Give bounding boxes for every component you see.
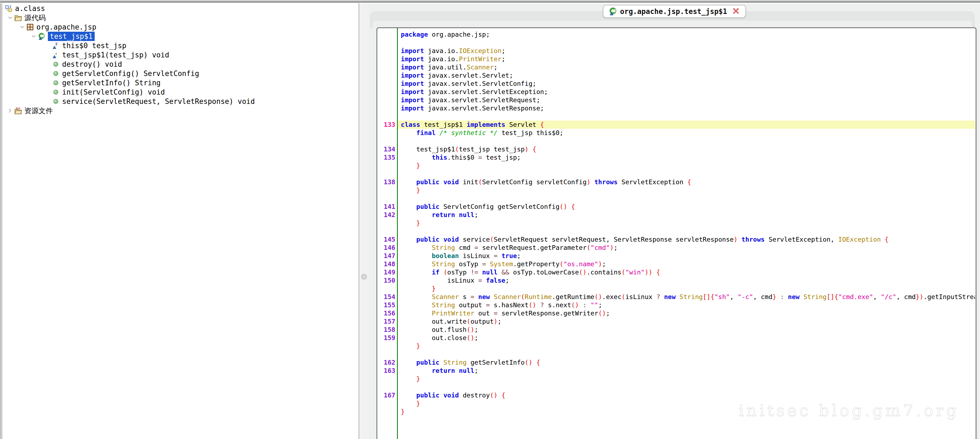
code-line[interactable]: package org.apache.jsp; [377,30,975,38]
code-line[interactable]: 146 String cmd = servletRequest.getParam… [377,244,975,252]
tree-item[interactable]: getServletInfo() String [2,78,359,87]
tree-item[interactable]: org.apache.jsp [2,22,359,32]
code-line[interactable]: import javax.servlet.Servlet; [377,71,975,79]
code-line-text: public String getServletInfo() { [401,358,975,366]
left-edge-scrollbar[interactable] [0,3,2,439]
code-line[interactable]: 155 String output = s.hasNext() ? s.next… [377,301,975,309]
code-line[interactable]: } [377,342,975,350]
package-icon [26,23,34,31]
code-line[interactable]: 142 return null; [377,211,975,219]
code-line[interactable]: 156 PrintWriter out = servletResponse.ge… [377,309,975,317]
code-line-text: return null; [401,211,975,219]
tree-item-label: test_jsp$1 [48,32,95,41]
constructor-icon: c [52,51,60,59]
code-line[interactable]: 163 return null; [377,366,975,375]
code-editor[interactable]: package org.apache.jsp;import java.io.IO… [377,27,977,439]
tree-item[interactable]: getServletConfig() ServletConfig [2,69,359,78]
code-line-text: boolean isLinux = true; [401,252,975,260]
code-line-text: String cmd = servletRequest.getParameter… [401,244,975,252]
code-line[interactable]: 162 public String getServletInfo() { [377,358,975,366]
code-line[interactable]: 150 isLinux = false; [377,276,975,285]
chevron-down-icon[interactable] [6,14,14,21]
code-line-text: return null; [401,366,975,375]
tree-item[interactable]: ctest_jsp$1(test_jsp) void [2,50,359,60]
tree-item[interactable]: 010资源文件 [2,106,359,115]
code-line-text: import javax.servlet.ServletException; [401,88,975,96]
editor-tab[interactable]: org.apache.jsp.test_jsp$1 [603,5,746,18]
code-line[interactable]: import java.util.Scanner; [377,63,975,71]
code-line[interactable] [377,350,975,358]
code-line[interactable] [377,38,975,47]
code-line[interactable] [377,227,975,235]
code-line[interactable]: import javax.servlet.ServletException; [377,88,975,96]
code-line[interactable]: 159 out.close(); [377,334,975,342]
code-line[interactable] [377,170,975,178]
code-line[interactable]: } [377,375,975,383]
code-line-text: class test_jsp$1 implements Servlet { [401,120,975,129]
tree-item[interactable]: Ja.class [2,4,359,13]
method-icon [52,79,60,87]
code-line[interactable]: 149 if (osTyp != null && osTyp.toLowerCa… [377,268,975,276]
svg-text:F: F [56,42,58,46]
code-line[interactable]: 138 public void init(ServletConfig servl… [377,178,975,186]
code-line[interactable]: import javax.servlet.ServletRequest; [377,96,975,104]
code-line[interactable]: 133class test_jsp$1 implements Servlet { [377,120,975,129]
code-line-text: import java.util.Scanner; [401,63,975,71]
code-line-text: isLinux = false; [401,276,975,285]
code-line[interactable]: 148 String osTyp = System.getProperty("o… [377,260,975,268]
code-line-text: public void init(ServletConfig servletCo… [401,178,975,186]
tree-item[interactable]: destroy() void [2,60,359,69]
code-line[interactable]: 141 public ServletConfig getServletConfi… [377,203,975,211]
tree-item[interactable]: 源代码 [2,13,359,22]
chevron-down-icon[interactable] [18,24,26,30]
tree-item[interactable]: service(ServletRequest, ServletResponse)… [2,97,359,106]
line-number: 148 [377,260,395,268]
splitter-handle[interactable] [361,274,367,280]
code-line-text: if (osTyp != null && osTyp.toLowerCase()… [401,268,975,276]
resources-folder-icon: 010 [14,107,22,114]
code-line[interactable]: 167 public void destroy() { [377,391,975,399]
code-line[interactable] [377,113,975,120]
code-line[interactable]: } [377,219,975,227]
code-line[interactable]: import javax.servlet.ServletConfig; [377,79,975,88]
code-line[interactable] [377,194,975,203]
code-line-text: public ServletConfig getServletConfig() … [401,203,975,211]
line-number: 149 [377,268,395,276]
code-line-text: PrintWriter out = servletResponse.getWri… [401,309,975,317]
editor-scrollbar[interactable] [977,27,980,439]
code-line[interactable]: import java.io.PrintWriter; [377,55,975,63]
code-line-text: Scanner s = new Scanner(Runtime.getRunti… [401,293,975,301]
code-line[interactable]: 147 boolean isLinux = true; [377,252,975,260]
chevron-right-icon[interactable] [6,108,14,114]
tree-item[interactable]: Fthis$0 test_jsp [2,41,359,50]
tree-item-label: org.apache.jsp [37,23,96,31]
code-line[interactable]: } [377,186,975,194]
code-line-text: out.flush(); [401,326,975,334]
code-line[interactable]: 145 public void service(ServletRequest s… [377,235,975,244]
tree-item[interactable]: test_jsp$1 [2,32,359,41]
code-line[interactable]: import javax.servlet.ServletResponse; [377,104,975,113]
code-line-text: import java.io.PrintWriter; [401,55,975,63]
code-line-text: import java.io.IOException; [401,47,975,55]
line-number: 154 [377,293,395,301]
tab-close-button[interactable] [732,7,740,16]
code-line[interactable]: final /* synthetic */ test_jsp this$0; [377,129,975,137]
code-line[interactable]: 134 test_jsp$1(test_jsp test_jsp) { [377,145,975,153]
code-line-text: package org.apache.jsp; [401,30,975,38]
code-line[interactable]: 154 Scanner s = new Scanner(Runtime.getR… [377,293,975,301]
code-line[interactable] [377,383,975,391]
code-line[interactable]: 135 this.this$0 = test_jsp; [377,153,975,162]
code-line[interactable]: import java.io.IOException; [377,47,975,55]
panel-splitter[interactable] [360,3,369,439]
editor-tab-label: org.apache.jsp.test_jsp$1 [620,7,727,16]
chevron-down-icon[interactable] [30,33,38,40]
code-line[interactable]: } [377,285,975,293]
gutter-separator-line [397,28,398,439]
code-line[interactable] [377,137,975,145]
class-icon [38,33,45,40]
code-line[interactable]: 157 out.write(output); [377,317,975,326]
code-line[interactable]: 158 out.flush(); [377,326,975,334]
code-line[interactable]: } [377,162,975,170]
line-number: 145 [377,235,395,244]
tree-item[interactable]: init(ServletConfig) void [2,87,359,97]
